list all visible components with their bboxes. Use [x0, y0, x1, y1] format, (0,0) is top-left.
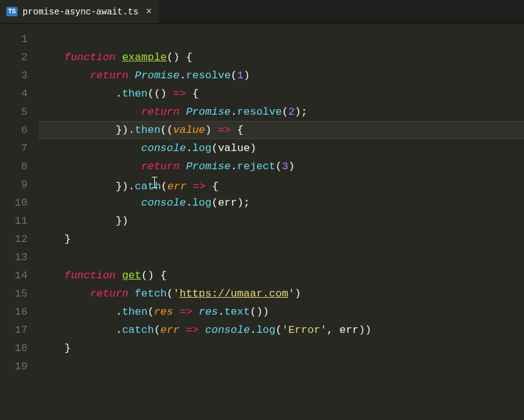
code-line[interactable]: return Promise.resolve(1): [39, 66, 524, 85]
code-line[interactable]: return Promise.reject(3): [39, 157, 524, 176]
code-line[interactable]: console.log(value): [39, 139, 524, 157]
line-number: 13: [0, 248, 28, 266]
line-number: 2: [0, 48, 28, 66]
line-number: 17: [0, 321, 28, 339]
line-number: 16: [0, 303, 28, 321]
code-line[interactable]: [39, 248, 524, 266]
line-number: 7: [0, 139, 28, 157]
line-number: 4: [0, 85, 28, 103]
tab-bar: TS promise-async-await.ts ×: [0, 0, 524, 24]
code-line[interactable]: [39, 30, 524, 48]
line-number: 11: [0, 212, 28, 230]
code-line[interactable]: .then(res => res.text()): [39, 303, 524, 321]
text-cursor: [154, 176, 155, 189]
line-number: 6: [0, 121, 28, 139]
code-line[interactable]: }: [39, 339, 524, 357]
line-number: 10: [0, 194, 28, 212]
line-number: 8: [0, 157, 28, 176]
code-line[interactable]: return fetch('https://umaar.com'): [39, 285, 524, 303]
code-line[interactable]: .catch(err => console.log('Error', err)): [39, 321, 524, 339]
editor-tab[interactable]: TS promise-async-await.ts ×: [0, 0, 160, 23]
line-number: 9: [0, 176, 28, 194]
line-number: 14: [0, 266, 28, 285]
close-icon[interactable]: ×: [146, 6, 152, 18]
code-line[interactable]: return Promise.resolve(2);: [39, 103, 524, 121]
line-number-gutter: 12345678910111213141516171819: [0, 24, 39, 420]
code-line[interactable]: }: [39, 230, 524, 248]
code-line[interactable]: console.log(err);: [39, 194, 524, 212]
typescript-icon: TS: [6, 7, 18, 16]
line-number: 15: [0, 285, 28, 303]
line-number: 12: [0, 230, 28, 248]
code-area[interactable]: function example() { return Promise.reso…: [39, 24, 524, 420]
code-line[interactable]: }): [39, 212, 524, 230]
code-line[interactable]: [39, 357, 524, 375]
code-line[interactable]: function example() {: [39, 48, 524, 66]
code-line[interactable]: }).then((value) => {: [39, 121, 524, 139]
code-line[interactable]: function get() {: [39, 266, 524, 285]
code-line[interactable]: .then(() => {: [39, 85, 524, 103]
code-line[interactable]: }).cath(err => {: [39, 176, 524, 194]
line-number: 19: [0, 357, 28, 375]
tab-filename: promise-async-await.ts: [23, 7, 139, 17]
line-number: 18: [0, 339, 28, 357]
line-number: 1: [0, 30, 28, 48]
line-number: 3: [0, 66, 28, 85]
code-editor[interactable]: 12345678910111213141516171819 function e…: [0, 24, 524, 420]
line-number: 5: [0, 103, 28, 121]
